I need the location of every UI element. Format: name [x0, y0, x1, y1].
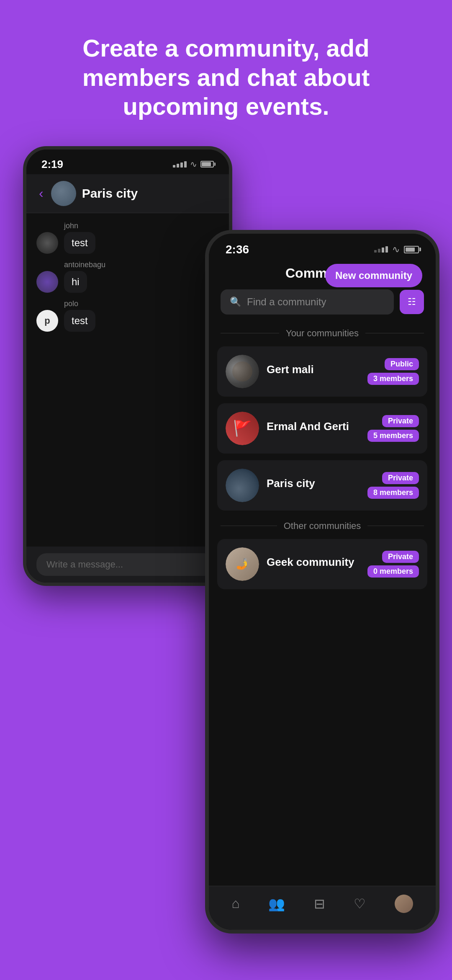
- community-badges-gert-mali: Public 3 members: [367, 358, 419, 385]
- your-communities-label: Your communities: [286, 328, 359, 339]
- members-badge-ermal: 5 members: [367, 430, 419, 442]
- privacy-badge-geek: Private: [382, 551, 419, 563]
- community-item-gert-mali[interactable]: Gert mali Public 3 members: [217, 346, 427, 397]
- status-bar-front: 2:36 ∿: [209, 234, 436, 260]
- message-text-polo: test: [64, 310, 95, 332]
- section-line-other-left: [221, 526, 277, 526]
- avatar-antoine: [36, 271, 58, 293]
- community-info-paris: Paris city: [267, 477, 360, 493]
- community-name-paris: Paris city: [267, 477, 360, 490]
- message-group-polo: p polo test: [36, 299, 219, 332]
- new-community-button[interactable]: New community: [325, 264, 422, 287]
- status-icons-back: ∿: [173, 159, 214, 169]
- filter-icon: ☷: [408, 297, 416, 307]
- chat-messages: john test antoinebagu hi p polo test: [26, 213, 229, 547]
- community-avatar-gert-mali: [226, 355, 259, 388]
- other-communities-section-header: Other communities: [221, 521, 424, 531]
- message-content-antoine: antoinebagu hi: [64, 260, 219, 293]
- members-badge-geek: 0 members: [367, 565, 419, 578]
- chat-title: Paris city: [82, 186, 138, 201]
- message-content-john: john test: [64, 222, 219, 254]
- community-name-gert-mali: Gert mali: [267, 363, 360, 376]
- phones-container: 2:19 ∿ ‹ Paris city: [0, 146, 452, 942]
- home-icon: ⌂: [231, 896, 239, 911]
- page-headline: Create a community, add members and chat…: [0, 34, 452, 121]
- community-info-geek: Geek community: [267, 556, 360, 572]
- privacy-badge-gert-mali: Public: [385, 358, 419, 370]
- privacy-badge-ermal: Private: [382, 415, 419, 427]
- community-badges-paris: Private 8 members: [367, 472, 419, 499]
- battery-icon-front: [404, 246, 419, 253]
- community-badges-geek: Private 0 members: [367, 551, 419, 578]
- wifi-icon-back: ∿: [190, 159, 197, 169]
- phone-back: 2:19 ∿ ‹ Paris city: [23, 146, 232, 586]
- message-sender-john: john: [64, 222, 219, 230]
- section-line-left: [221, 333, 279, 333]
- community-avatar-ermal: 🚩: [226, 412, 259, 445]
- community-name-ermal: Ermal And Gerti: [267, 420, 360, 433]
- section-line-right: [365, 333, 424, 333]
- status-bar-back: 2:19 ∿: [26, 150, 229, 174]
- nav-item-community[interactable]: 👥: [268, 896, 285, 912]
- avatar-john: [36, 232, 58, 254]
- other-community-list: 🤳 Geek community Private 0 members: [209, 539, 436, 596]
- section-line-other-right: [367, 526, 424, 526]
- community-info-gert-mali: Gert mali: [267, 363, 360, 379]
- profile-avatar: [395, 895, 413, 913]
- privacy-badge-paris: Private: [382, 472, 419, 484]
- message-sender-polo: polo: [64, 299, 219, 308]
- community-item-geek[interactable]: 🤳 Geek community Private 0 members: [217, 539, 427, 589]
- community-info-ermal: Ermal And Gerti: [267, 420, 360, 436]
- message-input[interactable]: Write a message...: [36, 553, 219, 576]
- likes-icon: ♡: [354, 896, 366, 912]
- search-container: 🔍 Find a community ☷: [221, 289, 424, 315]
- status-time-front: 2:36: [226, 243, 249, 256]
- search-bar[interactable]: 🔍 Find a community: [221, 289, 394, 315]
- message-sender-antoine: antoinebagu: [64, 260, 219, 269]
- chat-input-area: Write a message...: [26, 547, 229, 583]
- community-badges-ermal: Private 5 members: [367, 415, 419, 442]
- message-text-john: test: [64, 232, 95, 254]
- status-icons-front: ∿: [374, 244, 419, 255]
- avatar-polo: p: [36, 310, 58, 332]
- your-communities-section-header: Your communities: [221, 328, 424, 339]
- chat-header: ‹ Paris city: [26, 174, 229, 213]
- community-name-geek: Geek community: [267, 556, 360, 569]
- back-button[interactable]: ‹: [39, 186, 44, 201]
- search-icon: 🔍: [230, 297, 241, 307]
- community-avatar-geek: 🤳: [226, 547, 259, 581]
- community-item-paris[interactable]: Paris city Private 8 members: [217, 460, 427, 511]
- members-badge-paris: 8 members: [367, 487, 419, 499]
- community-item-ermal[interactable]: 🚩 Ermal And Gerti Private 5 members: [217, 403, 427, 454]
- community-header: Community New community: [209, 260, 436, 289]
- message-text-antoine: hi: [64, 271, 87, 293]
- nav-item-likes[interactable]: ♡: [354, 896, 366, 912]
- filter-button[interactable]: ☷: [400, 290, 424, 314]
- chat-header-avatar: [51, 181, 76, 206]
- wifi-icon-front: ∿: [392, 244, 400, 255]
- status-time-back: 2:19: [41, 158, 63, 171]
- nav-item-profile[interactable]: [395, 895, 413, 913]
- nav-item-events[interactable]: ⊟: [314, 896, 325, 912]
- message-content-polo: polo test: [64, 299, 219, 332]
- phone-front: 2:36 ∿ Community New community: [205, 230, 439, 934]
- signal-icon-back: [173, 161, 187, 168]
- other-communities-label: Other communities: [284, 521, 361, 531]
- battery-icon-back: [200, 161, 214, 168]
- members-badge-gert-mali: 3 members: [367, 373, 419, 385]
- search-placeholder: Find a community: [247, 296, 326, 308]
- events-icon: ⊟: [314, 896, 325, 912]
- community-list: Gert mali Public 3 members 🚩 Ermal And G…: [209, 346, 436, 517]
- signal-icon-front: [374, 246, 388, 253]
- community-avatar-paris: [226, 469, 259, 502]
- bottom-nav: ⌂ 👥 ⊟ ♡: [209, 886, 436, 930]
- message-group-antoine: antoinebagu hi: [36, 260, 219, 293]
- message-group-john: john test: [36, 222, 219, 254]
- nav-item-home[interactable]: ⌂: [231, 896, 239, 911]
- community-icon: 👥: [268, 896, 285, 912]
